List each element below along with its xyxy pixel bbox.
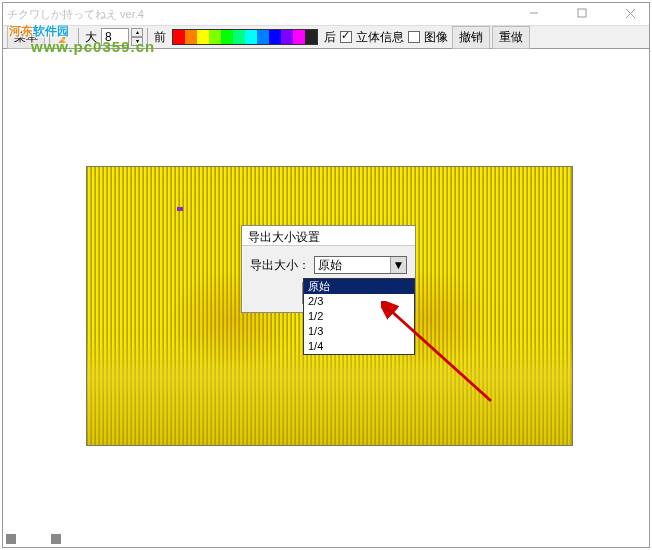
separator (147, 28, 148, 46)
dropdown-option[interactable]: 原始 (304, 279, 414, 294)
image-label: 图像 (422, 29, 450, 46)
size-input[interactable] (101, 28, 129, 46)
separator (78, 28, 79, 46)
undo-button[interactable]: 撤销 (452, 26, 490, 49)
dropdown-option[interactable]: 2/3 (304, 294, 414, 309)
stereo-checkbox[interactable] (340, 31, 352, 43)
dropdown-option[interactable]: 1/3 (304, 324, 414, 339)
size-spinner[interactable]: ▴▾ (131, 28, 143, 46)
cursor-mark (177, 207, 183, 211)
size-label: 大 (83, 29, 99, 46)
chevron-down-icon: ▼ (390, 257, 406, 273)
menu-button[interactable]: 菜单 (7, 26, 45, 49)
back-label: 后 (322, 29, 338, 46)
resize-handle[interactable] (51, 534, 61, 544)
export-size-label: 导出大小： (250, 257, 310, 274)
minimize-button[interactable] (519, 3, 549, 23)
color-palette[interactable] (172, 29, 318, 45)
combo-value: 原始 (318, 257, 342, 274)
close-button[interactable] (615, 3, 645, 23)
front-label: 前 (152, 29, 168, 46)
export-size-combo[interactable]: 原始 ▼ (314, 256, 407, 274)
dropdown-option[interactable]: 1/4 (304, 339, 414, 354)
resize-handle[interactable] (6, 534, 16, 544)
svg-rect-4 (62, 32, 69, 40)
stereo-label: 立体信息 (354, 29, 406, 46)
redo-button[interactable]: 重做 (492, 26, 530, 49)
titlebar: チクワしか持ってねえ ver.4 (3, 3, 649, 25)
dialog-title: 导出大小设置 (242, 226, 415, 246)
svg-rect-1 (578, 9, 586, 17)
window-title: チクワしか持ってねえ ver.4 (7, 7, 144, 22)
brush-icon[interactable] (54, 27, 74, 47)
image-checkbox[interactable] (408, 31, 420, 43)
dropdown-option[interactable]: 1/2 (304, 309, 414, 324)
toolbar: 菜单 大 ▴▾ 前 后 立体信息 图像 撤销 重做 (3, 25, 649, 49)
export-size-dropdown[interactable]: 原始 2/3 1/2 1/3 1/4 (303, 278, 415, 355)
separator (49, 28, 50, 46)
maximize-button[interactable] (567, 3, 597, 23)
